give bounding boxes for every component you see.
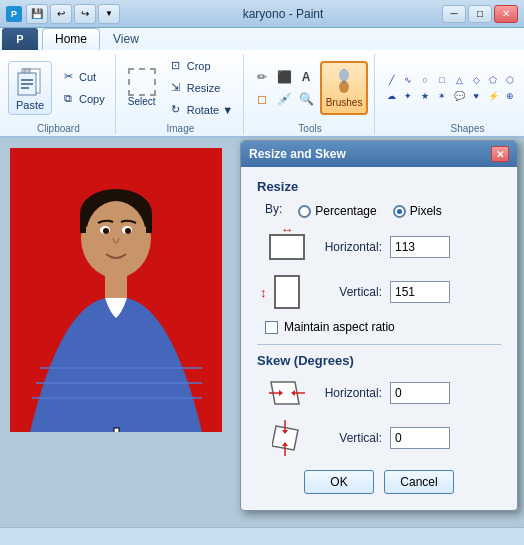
- title-bar: P 💾 ↩ ↪ ▼ karyono - Paint ─ □ ✕: [0, 0, 524, 28]
- ribbon: P Home View Paste: [0, 28, 524, 138]
- resize-h-icon-container: ↔: [265, 230, 309, 264]
- cut-label: Cut: [79, 71, 96, 83]
- pixels-radio[interactable]: [393, 205, 406, 218]
- image-group-content: Select ⊡ Crop ⇲ Resize ↻ Rotate ▼: [124, 54, 237, 121]
- paste-label: Paste: [16, 99, 44, 111]
- redo-button[interactable]: ↪: [74, 4, 96, 24]
- more-shapes[interactable]: ▼: [519, 89, 524, 103]
- by-radio-row: By: Percentage Pixels: [257, 202, 501, 220]
- dialog-body: Resize By: Percentage Pixels ↔ Horizonta…: [241, 167, 517, 510]
- dialog-title-bar: Resize and Skew ✕: [241, 141, 517, 167]
- resize-label: Resize: [187, 82, 221, 94]
- window-controls: ─ □ ✕: [442, 5, 518, 23]
- pixels-option[interactable]: Pixels: [393, 204, 442, 218]
- skew-horizontal-row: Horizontal:: [257, 376, 501, 410]
- star6-shape[interactable]: ✶: [434, 89, 450, 103]
- maximize-button[interactable]: □: [468, 5, 492, 23]
- select-icon: [128, 68, 156, 96]
- select-button[interactable]: Select: [124, 66, 160, 109]
- cloud-shape[interactable]: ☁: [383, 89, 399, 103]
- shapes-label: Shapes: [451, 121, 485, 134]
- shapes-row-1: ╱ ∿ ○ □ △ ◇ ⬠ ⬡ ▷ A: [383, 73, 524, 87]
- oval-shape[interactable]: ○: [417, 73, 433, 87]
- footprint-shape[interactable]: ⊕: [502, 89, 518, 103]
- minimize-button[interactable]: ─: [442, 5, 466, 23]
- svg-point-8: [339, 69, 349, 81]
- dropper-tool[interactable]: 💉: [274, 89, 294, 109]
- shapes-row-2: ☁ ✦ ★ ✶ 💬 ♥ ⚡ ⊕ ▼: [383, 89, 524, 103]
- image-label: Image: [166, 121, 194, 134]
- svg-rect-12: [80, 213, 86, 233]
- resize-h-icon: ↔: [269, 234, 305, 260]
- cut-button[interactable]: ✂ Cut: [56, 67, 109, 87]
- dialog-close-button[interactable]: ✕: [491, 146, 509, 162]
- copy-icon: ⧉: [60, 91, 76, 107]
- resize-button[interactable]: ⇲ Resize: [164, 78, 237, 98]
- eraser-tool[interactable]: ◻: [252, 89, 272, 109]
- resize-horizontal-label: Horizontal:: [317, 240, 382, 254]
- cancel-button[interactable]: Cancel: [384, 470, 454, 494]
- pencil-tool[interactable]: ✏: [252, 67, 272, 87]
- resize-vertical-input[interactable]: [390, 281, 450, 303]
- tab-view[interactable]: View: [100, 28, 152, 50]
- ribbon-content: Paste ✂ Cut ⧉ Copy Clipboard: [0, 50, 524, 136]
- tools-group: ✏ ⬛ A ◻ 💉 🔍: [246, 54, 375, 134]
- percentage-option[interactable]: Percentage: [298, 204, 376, 218]
- photo-canvas: [10, 148, 222, 432]
- percentage-radio[interactable]: [298, 205, 311, 218]
- svg-point-18: [125, 228, 131, 234]
- ribbon-tabs: P Home View: [0, 28, 524, 50]
- ok-button[interactable]: OK: [304, 470, 374, 494]
- svg-rect-5: [21, 87, 29, 89]
- diamond-shape[interactable]: ◇: [468, 73, 484, 87]
- skew-vertical-input[interactable]: [390, 427, 450, 449]
- dropdown-button[interactable]: ▼: [98, 4, 120, 24]
- skew-horizontal-label: Horizontal:: [317, 386, 382, 400]
- fill-tool[interactable]: ⬛: [274, 67, 294, 87]
- skew-horizontal-input[interactable]: [390, 382, 450, 404]
- pent-shape[interactable]: ⬠: [485, 73, 501, 87]
- star5-shape[interactable]: ★: [417, 89, 433, 103]
- arrow-shape[interactable]: ▷: [519, 73, 524, 87]
- tools-row-2: ◻ 💉 🔍: [252, 89, 316, 109]
- resize-section-title: Resize: [257, 179, 501, 194]
- copy-label: Copy: [79, 93, 105, 105]
- undo-button[interactable]: ↩: [50, 4, 72, 24]
- text-tool[interactable]: A: [296, 67, 316, 87]
- h-arrow-icon: ↔: [281, 222, 294, 237]
- resize-skew-dialog: Resize and Skew ✕ Resize By: Percentage …: [240, 140, 518, 511]
- hex-shape[interactable]: ⬡: [502, 73, 518, 87]
- crop-button[interactable]: ⊡ Crop: [164, 56, 237, 76]
- file-menu-button[interactable]: P: [2, 28, 38, 50]
- heart-shape[interactable]: ♥: [468, 89, 484, 103]
- select-label: Select: [128, 96, 156, 107]
- save-button[interactable]: 💾: [26, 4, 48, 24]
- resize-horizontal-input[interactable]: [390, 236, 450, 258]
- shapes-palette: ╱ ∿ ○ □ △ ◇ ⬠ ⬡ ▷ A ☁ ✦ ★: [383, 73, 524, 103]
- resize-vertical-label: Vertical:: [317, 285, 382, 299]
- zoom-tool[interactable]: 🔍: [296, 89, 316, 109]
- pixels-label: Pixels: [410, 204, 442, 218]
- tab-home[interactable]: Home: [42, 28, 100, 50]
- svg-point-14: [86, 201, 146, 271]
- copy-button[interactable]: ⧉ Copy: [56, 89, 109, 109]
- maintain-aspect-checkbox[interactable]: [265, 321, 278, 334]
- paste-button[interactable]: Paste: [8, 61, 52, 115]
- curve-shape[interactable]: ∿: [400, 73, 416, 87]
- brushes-button[interactable]: Brushes: [320, 61, 368, 115]
- lightning-shape[interactable]: ⚡: [485, 89, 501, 103]
- line-shape[interactable]: ╱: [383, 73, 399, 87]
- svg-rect-3: [21, 79, 33, 81]
- skew-v-icon-container: [265, 418, 309, 458]
- close-button[interactable]: ✕: [494, 5, 518, 23]
- shapes-group: ╱ ∿ ○ □ △ ◇ ⬠ ⬡ ▷ A ☁ ✦ ★: [377, 54, 524, 134]
- resize-vertical-row: ↕ Vertical:: [257, 272, 501, 312]
- callout-shape[interactable]: 💬: [451, 89, 467, 103]
- rect-shape[interactable]: □: [434, 73, 450, 87]
- rotate-button[interactable]: ↻ Rotate ▼: [164, 100, 237, 120]
- triangle-shape[interactable]: △: [451, 73, 467, 87]
- resize-icon: ⇲: [168, 80, 184, 96]
- window-title: karyono - Paint: [128, 7, 438, 21]
- star4-shape[interactable]: ✦: [400, 89, 416, 103]
- dialog-buttons: OK Cancel: [257, 470, 501, 498]
